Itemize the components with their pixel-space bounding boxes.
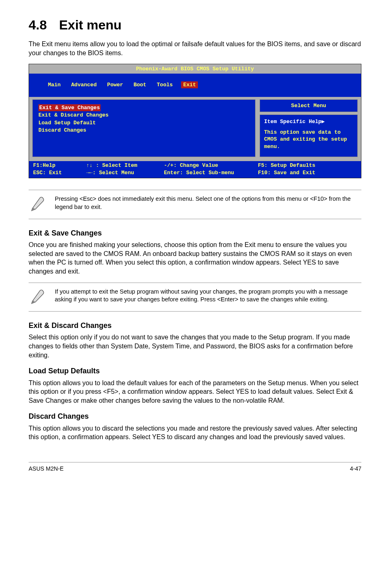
bios-help-label: Item Specific Help▶ bbox=[264, 118, 353, 126]
page-footer: ASUS M2N-E 4-47 bbox=[29, 462, 361, 473]
para-discard: This option allows you to discard the se… bbox=[29, 424, 361, 442]
section-number: 4.8 bbox=[29, 18, 47, 32]
bios-panel: Phoenix-Award BIOS CMOS Setup Utility Ma… bbox=[29, 64, 361, 178]
bios-tab-boot[interactable]: Boot bbox=[132, 81, 148, 88]
foot-selitem: ↑↓ : Select Item bbox=[86, 162, 164, 169]
bios-right-column: Select Menu Item Specific Help▶ This opt… bbox=[260, 99, 358, 157]
foot-f5: F5: Setup Defaults bbox=[258, 162, 315, 169]
bios-tab-exit[interactable]: Exit bbox=[181, 81, 198, 88]
heading-exit-discard: Exit & Discard Changes bbox=[29, 321, 361, 330]
bios-tab-main[interactable]: Main bbox=[46, 81, 63, 88]
pencil-icon bbox=[29, 287, 47, 307]
bios-help-box: Item Specific Help▶ This option save dat… bbox=[260, 114, 358, 157]
page-heading: 4.8Exit menu bbox=[29, 16, 361, 34]
heading-load-defaults: Load Setup Defaults bbox=[29, 366, 361, 376]
foot-selmenu: →←: Select Menu bbox=[86, 169, 164, 177]
section-title: Exit menu bbox=[59, 18, 121, 32]
bios-title: Phoenix-Award BIOS CMOS Setup Utility bbox=[29, 64, 361, 74]
bios-select-menu-label: Select Menu bbox=[260, 99, 358, 112]
para-exit-save: Once you are finished making your select… bbox=[29, 240, 361, 276]
bios-menu-list: Exit & Save Changes Exit & Discard Chang… bbox=[32, 99, 256, 157]
foot-esc: ESC: Exit bbox=[33, 169, 86, 177]
heading-exit-save: Exit & Save Changes bbox=[29, 228, 361, 238]
bios-item-discard[interactable]: Discard Changes bbox=[38, 127, 249, 134]
foot-f1: F1:Help bbox=[33, 162, 86, 169]
bios-tab-power[interactable]: Power bbox=[105, 81, 125, 88]
note-save-prompt: If you attempt to exit the Setup program… bbox=[29, 283, 361, 312]
note-text: If you attempt to exit the Setup program… bbox=[55, 287, 361, 304]
para-exit-discard: Select this option only if you do not wa… bbox=[29, 333, 361, 359]
bios-tab-advanced[interactable]: Advanced bbox=[69, 81, 99, 88]
bios-item-load-default[interactable]: Load Setup Default bbox=[38, 119, 249, 127]
note-text: Pressing <Esc> does not immediately exit… bbox=[55, 194, 361, 211]
footer-page-number: 4-47 bbox=[350, 465, 361, 473]
bios-item-exit-save[interactable]: Exit & Save Changes bbox=[38, 104, 249, 112]
heading-discard: Discard Changes bbox=[29, 411, 361, 421]
bios-footer: F1:Help↑↓ : Select Item-/+: Change Value… bbox=[29, 161, 361, 178]
bios-body: Exit & Save Changes Exit & Discard Chang… bbox=[29, 97, 361, 162]
bios-tab-tools[interactable]: Tools bbox=[155, 81, 175, 88]
para-load-defaults: This option allows you to load the defau… bbox=[29, 379, 361, 405]
bios-tab-bar: Main Advanced Power Boot Tools Exit bbox=[29, 74, 361, 97]
foot-enter: Enter: Select Sub-menu bbox=[164, 169, 258, 177]
foot-change: -/+: Change Value bbox=[164, 162, 258, 169]
foot-f10: F10: Save and Exit bbox=[258, 169, 315, 177]
footer-product: ASUS M2N-E bbox=[29, 465, 64, 473]
bios-help-text: This option save data to CMOS and exitin… bbox=[264, 129, 353, 150]
bios-item-exit-discard[interactable]: Exit & Discard Changes bbox=[38, 112, 249, 119]
pencil-icon bbox=[29, 194, 47, 215]
note-esc: Pressing <Esc> does not immediately exit… bbox=[29, 190, 361, 219]
intro-paragraph: The Exit menu items allow you to load th… bbox=[29, 40, 361, 57]
